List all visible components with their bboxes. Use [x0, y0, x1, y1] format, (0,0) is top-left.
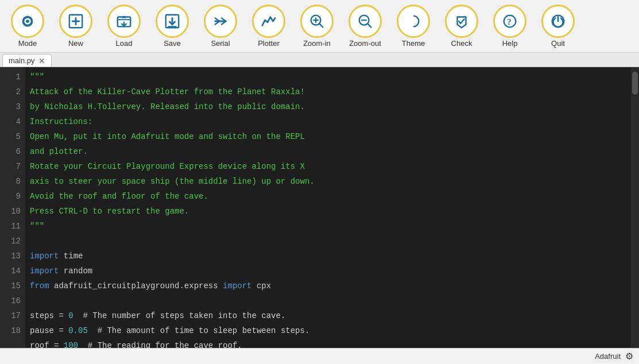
load-button[interactable]: Load [101, 2, 147, 50]
check-label: Check [451, 39, 473, 48]
theme-label: Theme [402, 39, 425, 48]
save-icon [156, 5, 189, 38]
new-label: New [68, 39, 83, 48]
serial-button[interactable]: Serial [197, 2, 243, 50]
zoom-out-label: Zoom-out [349, 39, 381, 48]
quit-icon [541, 5, 575, 38]
svg-point-2 [26, 20, 29, 23]
editor-area: 1 2 3 4 5 6 7 8 9 10 11 12 13 14 15 16 1… [0, 67, 639, 348]
gear-icon[interactable]: ⚙ [625, 351, 633, 362]
new-button[interactable]: New [53, 2, 99, 50]
check-icon [445, 5, 478, 38]
help-icon: ? [493, 5, 526, 38]
load-label: Load [116, 39, 133, 48]
file-tab[interactable]: main.py ✕ [2, 54, 52, 67]
load-icon [107, 5, 141, 38]
zoom-out-button[interactable]: Zoom-out [342, 2, 388, 50]
serial-icon [204, 5, 237, 38]
help-button[interactable]: ? Help [487, 2, 533, 50]
theme-icon [397, 5, 430, 38]
tabbar: main.py ✕ [0, 53, 639, 67]
scroll-thumb[interactable] [632, 72, 638, 95]
new-icon [59, 5, 92, 38]
save-button[interactable]: Save [149, 2, 195, 50]
toolbar: Mode New Load [0, 0, 639, 53]
save-label: Save [164, 39, 181, 48]
quit-button[interactable]: Quit [535, 2, 581, 50]
mode-icon [11, 5, 44, 38]
zoom-in-button[interactable]: Zoom-in [294, 2, 340, 50]
check-button[interactable]: Check [439, 2, 485, 50]
scrollbar[interactable] [631, 67, 639, 348]
zoom-in-label: Zoom-in [303, 39, 331, 48]
line-numbers: 1 2 3 4 5 6 7 8 9 10 11 12 13 14 15 16 1… [0, 67, 25, 348]
mode-label: Mode [18, 39, 37, 48]
zoom-out-icon [348, 5, 382, 38]
statusbar: Adafruit ⚙ [0, 348, 639, 364]
mode-button[interactable]: Mode [5, 2, 51, 50]
quit-label: Quit [551, 39, 565, 48]
plotter-icon [252, 5, 285, 38]
code-editor[interactable]: """ Attack of the Killer-Cave Plotter fr… [25, 67, 631, 348]
plotter-label: Plotter [258, 39, 280, 48]
tab-filename: main.py [9, 56, 35, 65]
zoom-in-icon [300, 5, 334, 38]
svg-text:?: ? [507, 17, 512, 26]
plotter-button[interactable]: Plotter [246, 2, 292, 50]
svg-line-15 [320, 24, 323, 28]
theme-button[interactable]: Theme [390, 2, 436, 50]
help-label: Help [502, 39, 518, 48]
svg-line-18 [368, 24, 371, 28]
serial-label: Serial [211, 39, 230, 48]
mode-status: Adafruit [595, 352, 621, 361]
tab-close-button[interactable]: ✕ [38, 57, 45, 65]
